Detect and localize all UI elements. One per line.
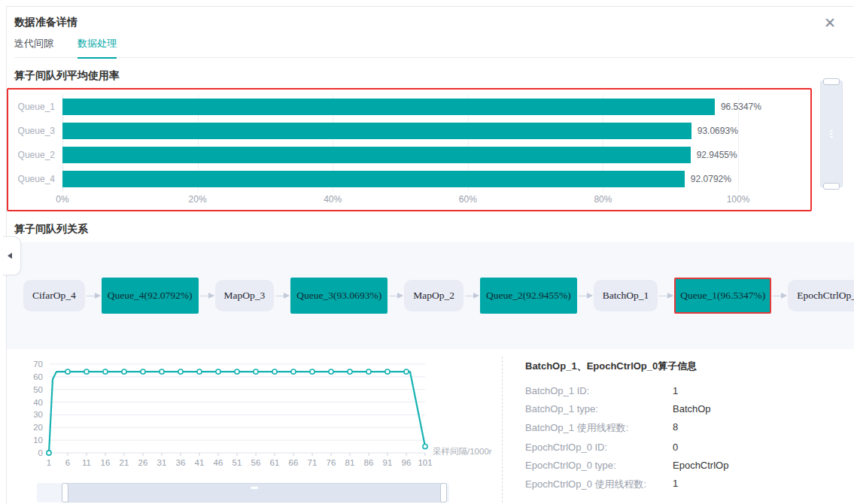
x-tick-label: 11 (82, 458, 91, 467)
op-info-panel: BatchOp_1、EpochCtrlOp_0算子信息 BatchOp_1 ID… (502, 357, 839, 502)
data-point[interactable] (254, 369, 258, 374)
usage-bar[interactable] (62, 123, 691, 139)
x-tick-label: 0% (56, 194, 68, 205)
info-value: 1 (673, 385, 839, 396)
y-tick-label: 50 (33, 385, 43, 394)
y-tick-label: 70 (33, 360, 43, 369)
vslider-bottom-handle[interactable] (823, 183, 840, 190)
data-point[interactable] (216, 369, 220, 374)
x-tick-label: 51 (232, 458, 242, 467)
y-tick-label: 40 (33, 398, 43, 407)
op-node[interactable]: EpochCtrlOp_0 (788, 280, 854, 311)
section-title-queue-relation: 算子间队列关系 (14, 223, 839, 236)
x-tick-label: 76 (327, 458, 336, 467)
data-point[interactable] (197, 369, 202, 374)
vslider-top-handle[interactable] (823, 78, 840, 85)
data-point[interactable] (291, 369, 296, 374)
data-point[interactable] (310, 369, 315, 374)
usage-bar[interactable] (62, 147, 691, 163)
x-tick-label: 96 (402, 458, 412, 467)
collapse-left-icon (8, 253, 12, 259)
bar-category-label: Queue_1 (8, 102, 55, 112)
y-tick-label: 10 (33, 436, 43, 445)
line-chart-canvas[interactable]: 0102030405060701611162126313641465156616… (14, 357, 496, 475)
y-tick-label: 20 (33, 423, 43, 432)
datazoom-left-handle[interactable] (62, 483, 68, 502)
info-label: BatchOp_1 ID: (525, 385, 673, 396)
x-tick-label: 81 (345, 458, 355, 467)
y-tick-label: 60 (33, 372, 43, 381)
x-tick-label: 6 (65, 458, 70, 467)
op-info-title: BatchOp_1、EpochCtrlOp_0算子信息 (525, 360, 839, 373)
bar-row: Queue_292.9455% (62, 143, 738, 167)
x-tick-label: 71 (308, 458, 318, 467)
data-point[interactable] (84, 369, 89, 374)
data-point[interactable] (423, 444, 427, 448)
tab-iteration-gap[interactable]: 迭代间隙 (14, 37, 53, 59)
page-title: 数据准备详情 (14, 16, 839, 29)
data-point[interactable] (103, 369, 108, 374)
info-value: EpochCtrlOp (673, 460, 839, 471)
x-axis-name: 采样间隔/1000r (433, 447, 492, 456)
tab-bar: 迭代间隙 数据处理 (14, 37, 854, 58)
tab-data-processing[interactable]: 数据处理 (77, 37, 117, 59)
x-tick-label: 41 (195, 458, 205, 467)
datazoom-right-handle[interactable] (440, 483, 447, 502)
bar-row: Queue_492.0792% (62, 167, 738, 191)
vslider-grip-icon[interactable] (831, 130, 833, 138)
x-tick-label: 21 (120, 458, 129, 467)
vertical-datazoom-slider[interactable] (820, 80, 843, 187)
data-point[interactable] (47, 451, 51, 455)
flow-arrow-icon (465, 296, 479, 296)
x-tick-label: 86 (364, 458, 374, 467)
data-point[interactable] (366, 369, 371, 374)
data-point[interactable] (141, 369, 145, 374)
data-preparation-dialog: 数据准备详情 ✕ 迭代间隙 数据处理 算子间队列平均使用率 Queue_196.… (6, 6, 854, 504)
data-point[interactable] (404, 369, 409, 374)
usage-bar[interactable] (62, 171, 685, 187)
queue-node[interactable]: Queue_3(93.0693%) (290, 278, 387, 314)
queue-node[interactable]: Queue_1(96.5347%) (674, 278, 771, 314)
x-tick-label: 66 (289, 458, 299, 467)
bottom-section: 0102030405060701611162126313641465156616… (14, 357, 839, 502)
x-tick-label: 16 (101, 458, 111, 467)
bar-category-label: Queue_2 (8, 150, 55, 160)
bar-row: Queue_196.5347% (62, 95, 738, 119)
data-line[interactable] (49, 372, 425, 453)
x-tick-label: 46 (214, 458, 223, 467)
data-point[interactable] (178, 369, 183, 374)
x-tick-label: 26 (138, 458, 148, 467)
flow-arrow-icon (773, 296, 786, 296)
x-tick-label: 61 (270, 458, 280, 467)
datazoom-grip-icon[interactable] (251, 487, 258, 489)
data-point[interactable] (385, 369, 390, 374)
data-point[interactable] (329, 369, 333, 374)
section-title-queue-usage: 算子间队列平均使用率 (14, 69, 839, 83)
datazoom-window[interactable] (65, 483, 442, 502)
op-node[interactable]: BatchOp_1 (594, 280, 658, 311)
data-point[interactable] (122, 369, 126, 374)
sidebar-collapse-handle[interactable] (3, 236, 21, 275)
op-node[interactable]: MapOp_2 (404, 280, 463, 311)
op-node[interactable]: CifarOp_4 (23, 280, 85, 311)
data-point[interactable] (65, 369, 70, 374)
data-point[interactable] (348, 369, 352, 374)
flow-arrow-icon (200, 296, 214, 296)
x-tick-label: 36 (176, 458, 186, 467)
usage-bar[interactable] (62, 99, 715, 115)
data-point[interactable] (272, 369, 277, 374)
flow-arrow-icon (659, 296, 673, 296)
close-icon[interactable]: ✕ (824, 16, 836, 30)
x-tick-label: 101 (418, 458, 432, 467)
data-point[interactable] (160, 369, 164, 374)
horizontal-datazoom-slider[interactable] (37, 483, 449, 502)
x-tick-label: 100% (727, 194, 750, 205)
data-point[interactable] (235, 369, 239, 374)
info-label: BatchOp_1 type: (525, 403, 673, 414)
queue-node[interactable]: Queue_4(92.0792%) (102, 278, 199, 314)
info-value: 1 (673, 478, 839, 491)
bar-value-label: 96.5347% (721, 102, 761, 112)
queue-node[interactable]: Queue_2(92.9455%) (480, 278, 577, 314)
op-node[interactable]: MapOp_3 (215, 280, 275, 311)
x-tick-label: 56 (251, 458, 261, 467)
